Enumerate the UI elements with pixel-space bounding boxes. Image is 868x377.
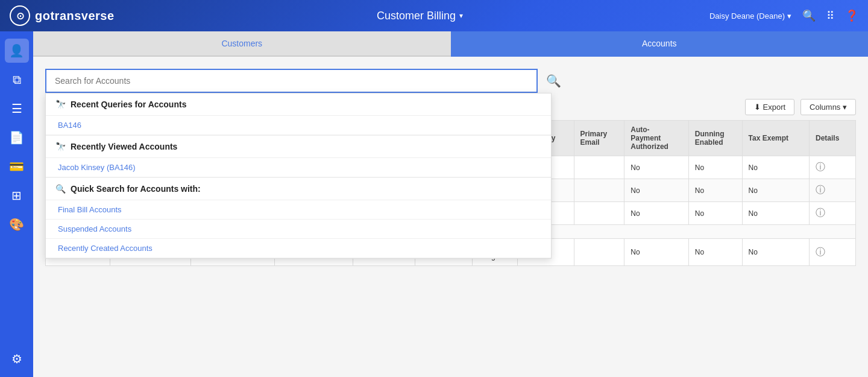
columns-button[interactable]: Columns ▾ [800, 99, 856, 115]
cell-details[interactable]: ⓘ [810, 156, 856, 179]
col-header-auto-payment-auth: Auto-PaymentAuthorized [624, 121, 689, 156]
col-header-primary-email: PrimaryEmail [574, 121, 624, 156]
search-row: 🔍 [45, 69, 564, 93]
search-submit-icon[interactable]: 🔍 [544, 74, 564, 88]
col-header-dunning: DunningEnabled [688, 121, 742, 156]
search-container: 🔍 🔭 Recent Queries for Accounts BA146 🔭 … [45, 69, 564, 93]
cell-tax-exempt: No [742, 156, 809, 179]
nav-title[interactable]: Customer Billing [377, 10, 456, 22]
search-icon-small: 🔍 [55, 184, 66, 194]
cell-details[interactable]: ⓘ [810, 202, 856, 225]
recent-queries-header: 🔭 Recent Queries for Accounts [46, 93, 551, 116]
cell-auto-auth: No [624, 179, 689, 202]
search-input[interactable] [46, 70, 536, 92]
quick-search-final-bill[interactable]: Final Bill Accounts [46, 200, 551, 220]
logo-text: gotransverse [35, 9, 115, 23]
grid-nav-icon[interactable]: ⠿ [826, 9, 834, 22]
cell-email [574, 156, 624, 179]
cell-tax-exempt: No [742, 179, 809, 202]
sidebar-item-copy[interactable]: ⧉ [5, 68, 29, 92]
recent-query-ba146[interactable]: BA146 [46, 116, 551, 135]
top-nav: ⊙ gotransverse Customer Billing ▾ Daisy … [0, 0, 868, 31]
sidebar-item-list[interactable]: ☰ [5, 97, 29, 121]
binoculars-icon-2: 🔭 [55, 142, 66, 151]
cell-email [574, 179, 624, 202]
cell-dunning: No [688, 202, 742, 225]
cell-details[interactable]: ⓘ [810, 179, 856, 202]
cell-auto-auth: No [624, 202, 689, 225]
sidebar-item-settings[interactable]: ⚙ [5, 347, 29, 371]
quick-search-recently-created[interactable]: Recently Created Accounts [46, 239, 551, 258]
tab-customers[interactable]: Customers [33, 31, 451, 57]
help-nav-icon[interactable]: ❓ [845, 9, 858, 22]
sidebar-item-grid[interactable]: ⊞ [5, 183, 29, 208]
col-header-tax-exempt: Tax Exempt [742, 121, 809, 156]
binoculars-icon: 🔭 [55, 100, 66, 109]
sidebar-item-card[interactable]: 💳 [5, 154, 29, 179]
search-nav-icon[interactable]: 🔍 [802, 9, 816, 22]
search-input-wrapper [45, 69, 538, 93]
content-area: 🔍 🔭 Recent Queries for Accounts BA146 🔭 … [33, 57, 868, 99]
recently-viewed-jacob[interactable]: Jacob Kinsey (BA146) [46, 158, 551, 177]
cell-dunning: No [688, 156, 742, 179]
nav-right: Daisy Deane (Deane) ▾ 🔍 ⠿ ❓ [709, 9, 858, 22]
cell-tax-exempt: No [742, 239, 809, 266]
logo-icon: ⊙ [10, 5, 30, 26]
cell-tax-exempt: No [742, 202, 809, 225]
col-header-details: Details [810, 121, 856, 156]
nav-center: Customer Billing ▾ [130, 10, 709, 22]
nav-title-arrow[interactable]: ▾ [459, 11, 463, 20]
cell-auto-auth: No [624, 239, 689, 266]
sidebar-item-palette[interactable]: 🎨 [5, 212, 29, 236]
sidebar-item-document[interactable]: 📄 [5, 125, 29, 150]
cell-dunning: No [688, 179, 742, 202]
export-button[interactable]: ⬇ Export [745, 99, 794, 115]
tab-accounts[interactable]: Accounts [451, 31, 869, 57]
sidebar: 👤 ⧉ ☰ 📄 💳 ⊞ 🎨 ⚙ [0, 31, 33, 377]
cell-details[interactable]: ⓘ [810, 239, 856, 266]
recently-viewed-header: 🔭 Recently Viewed Accounts [46, 136, 551, 158]
quick-search-header: 🔍 Quick Search for Accounts with: [46, 178, 551, 200]
tabs: Customers Accounts [33, 31, 868, 57]
nav-user[interactable]: Daisy Deane (Deane) ▾ [709, 11, 791, 21]
quick-search-suspended[interactable]: Suspended Accounts [46, 220, 551, 239]
main-content: Customers Accounts 🔍 🔭 [33, 31, 868, 377]
cell-dunning: No [688, 239, 742, 266]
search-dropdown: 🔭 Recent Queries for Accounts BA146 🔭 Re… [45, 93, 552, 259]
cell-auto-auth: No [624, 156, 689, 179]
cell-email [574, 202, 624, 225]
cell-email [574, 239, 624, 266]
app-body: 👤 ⧉ ☰ 📄 💳 ⊞ 🎨 ⚙ Customers Accounts [0, 31, 868, 377]
logo-area: ⊙ gotransverse [10, 5, 130, 26]
sidebar-item-people[interactable]: 👤 [5, 39, 29, 63]
